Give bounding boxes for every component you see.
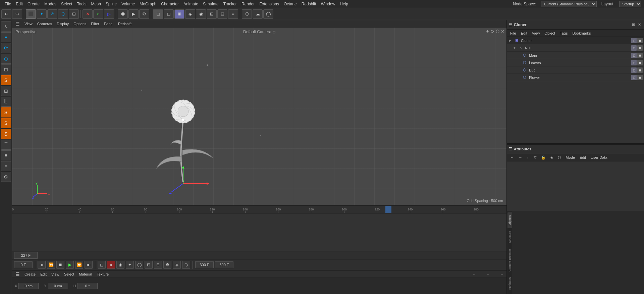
obj-menu-view[interactable]: View [530, 31, 542, 36]
tree-tag-btn-cloner-1[interactable]: ◻ [631, 38, 637, 43]
tree-tag-btn-null-1[interactable]: ◻ [631, 45, 637, 51]
layout-btn-2[interactable]: ◻ [164, 9, 174, 19]
menu-character[interactable]: Character [159, 1, 181, 7]
viewport-icon-scale[interactable]: ⬡ [496, 29, 499, 34]
viewport-menu-view[interactable]: View [22, 21, 35, 27]
attr-menu-mode[interactable]: Mode [564, 155, 577, 160]
left-tool-bend[interactable]: ⌒ [1, 140, 11, 150]
menu-tracker[interactable]: Tracker [221, 1, 239, 7]
tree-item-cloner[interactable]: ▶ ⊞ Cloner ◻ ◼ [507, 37, 644, 44]
coord-h-input[interactable] [77, 283, 98, 289]
tree-tag-flower-1[interactable]: ◻ [631, 75, 637, 80]
bottom-menu-texture[interactable]: Texture [95, 272, 111, 277]
menu-file[interactable]: File [3, 1, 13, 7]
attr-pin[interactable]: ◈ [548, 155, 555, 160]
menu-animate[interactable]: Animate [181, 1, 200, 7]
attr-back[interactable]: ← [508, 155, 516, 160]
tree-item-main[interactable]: ▶ ⬡ Main ◻ ◼ [507, 52, 644, 59]
attr-forward[interactable]: → [517, 155, 524, 160]
attr-filter[interactable]: ▽ [532, 155, 538, 160]
attr-lock[interactable]: 🔒 [539, 155, 548, 160]
object-tool-button[interactable]: ⊞ [69, 9, 79, 19]
tree-tag-leaves-2[interactable]: ◼ [637, 60, 643, 65]
bottom-menu-edit[interactable]: Edit [38, 272, 49, 277]
menu-volume[interactable]: Volume [119, 1, 137, 7]
layout-select[interactable]: Startup [619, 1, 641, 7]
pb-prev-frame[interactable]: ⏪ [47, 261, 55, 269]
left-tool-cursor[interactable]: ↖ [1, 21, 11, 32]
paint-button[interactable]: ☁ [253, 9, 263, 19]
tree-tag-leaves-1[interactable]: ◻ [631, 60, 637, 65]
obj-menu-file[interactable]: File [508, 31, 518, 36]
axis-x-button[interactable]: ✕ [83, 9, 93, 19]
tree-arrow-cloner[interactable]: ▶ [509, 39, 513, 42]
pb-mode2[interactable]: ● [107, 261, 115, 269]
redo-button[interactable]: ↪ [12, 9, 22, 19]
tree-tag-btn-null-2[interactable]: ◼ [637, 45, 643, 51]
attr-expand[interactable]: ⬡ [556, 155, 563, 160]
tree-tag-main-2[interactable]: ◼ [637, 53, 643, 58]
light-button[interactable]: ◯ [263, 9, 273, 19]
pb-next-frame[interactable]: ⏩ [75, 261, 83, 269]
settings-button[interactable]: ⚙ [139, 9, 149, 19]
obj-menu-bookmarks[interactable]: Bookmarks [570, 31, 593, 36]
model-mode-button[interactable]: ⬛ [26, 9, 36, 19]
pb-mode6[interactable]: ⊡ [145, 261, 153, 269]
menu-create[interactable]: Create [25, 1, 42, 7]
rs-tab-content[interactable]: Content Browser [507, 246, 512, 274]
menu-render[interactable]: Render [239, 1, 257, 7]
left-tool-snap[interactable]: ⊟ [1, 86, 11, 96]
tree-arrow-null[interactable]: ▼ [513, 46, 517, 50]
left-tool-rotate[interactable]: ⟳ [1, 43, 11, 53]
start-frame-input[interactable] [14, 261, 33, 268]
menu-mesh[interactable]: Mesh [89, 1, 103, 7]
coord-x-input[interactable] [18, 283, 39, 289]
bottom-menu-select[interactable]: Select [62, 272, 76, 277]
viewport-canvas[interactable]: Perspective Default Camera ⊡ ✦ ⟳ ⬡ ✕ [12, 28, 506, 205]
attr-menu-userdata[interactable]: User Data [589, 155, 609, 160]
menu-redshift[interactable]: Redshift [300, 1, 318, 7]
menu-edit[interactable]: Edit [14, 1, 25, 7]
left-tool-orange1[interactable]: S [1, 75, 11, 85]
pb-stop[interactable]: ⏹ [56, 261, 64, 269]
left-tool-move[interactable]: ✦ [1, 32, 11, 42]
rs-tab-structure[interactable]: Structure [507, 228, 512, 246]
attr-up[interactable]: ↑ [525, 155, 531, 160]
rotate-tool-button[interactable]: ⟳ [47, 9, 57, 19]
left-tool-scale[interactable]: ⬡ [1, 54, 11, 64]
menu-select[interactable]: Select [59, 1, 74, 7]
tree-tag-main-1[interactable]: ◻ [631, 53, 637, 58]
left-tool-orange2[interactable]: S [1, 107, 11, 117]
menu-tools[interactable]: Tools [75, 1, 88, 7]
layout-btn-3[interactable]: ▣ [174, 9, 184, 19]
menu-help[interactable]: Help [338, 1, 350, 7]
tree-item-leaves[interactable]: ▶ ⬡ Leaves ◻ ◼ [507, 59, 644, 66]
layout-btn-7[interactable]: ⊟ [217, 9, 227, 19]
left-tool-l[interactable]: L [1, 97, 11, 107]
tree-item-null[interactable]: ▼ ○ Null ◻ ◼ [507, 44, 644, 52]
obj-menu-object[interactable]: Object [542, 31, 557, 36]
viewport-menu-filter[interactable]: Filter [89, 21, 101, 27]
coord-y-input[interactable] [48, 283, 68, 289]
pb-mode9[interactable]: ◈ [173, 261, 181, 269]
viewport-menu-panel[interactable]: Panel [102, 21, 115, 27]
pb-mode5[interactable]: ◯ [135, 261, 143, 269]
obj-manager-expand[interactable]: ⊞ [631, 22, 636, 28]
tree-tag-bud-1[interactable]: ◻ [631, 67, 637, 73]
obj-manager-close[interactable]: ✕ [637, 22, 642, 28]
tree-item-flower[interactable]: ▶ ⬡ Flower ◻ ◼ [507, 74, 644, 81]
layout-btn-8[interactable]: ≡ [228, 9, 238, 19]
menu-spline[interactable]: Spline [104, 1, 119, 7]
rs-tab-attributes[interactable]: Attributes [507, 275, 512, 293]
viewport-icon-close[interactable]: ✕ [501, 29, 504, 34]
left-tool-orange3[interactable]: S [1, 118, 11, 128]
hamburger-obj[interactable]: ☰ [509, 22, 513, 27]
end-frame-input-1[interactable] [195, 261, 214, 268]
move-tool-button[interactable]: ✦ [37, 9, 47, 19]
end-frame-input-2[interactable] [215, 261, 233, 268]
left-tool-layers2[interactable]: ≡ [1, 161, 11, 171]
play-button[interactable]: ▶ [128, 9, 139, 19]
tree-tag-bud-2[interactable]: ◼ [637, 67, 643, 73]
pb-play[interactable]: ▶ [66, 261, 74, 269]
tree-tag-btn-cloner-2[interactable]: ◼ [637, 38, 643, 43]
